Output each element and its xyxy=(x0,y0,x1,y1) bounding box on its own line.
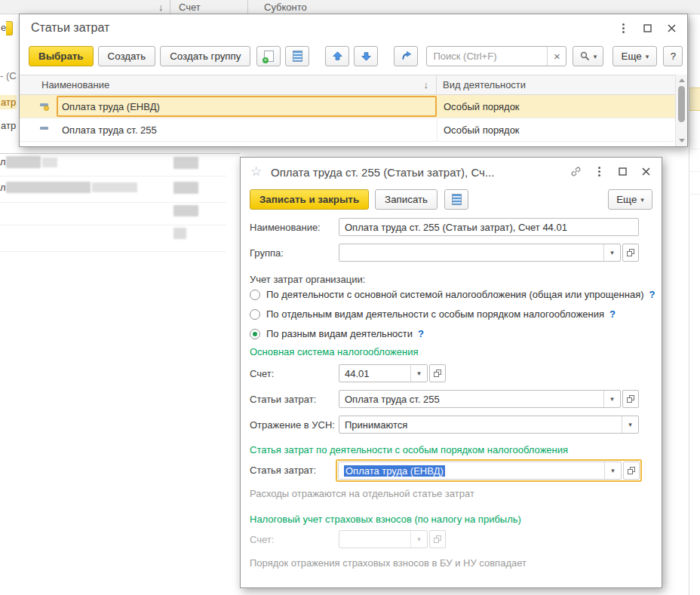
vertical-scrollbar[interactable] xyxy=(675,75,687,146)
move-down-button[interactable] xyxy=(354,46,378,66)
account-value: 44.01 xyxy=(339,365,410,382)
blue-curved-arrow-icon xyxy=(401,51,412,62)
link-icon[interactable] xyxy=(569,164,582,178)
page-green-plus-icon: + xyxy=(264,51,274,62)
cost-items-list-window: Статьи затрат Выбрать Создать Создать гр… xyxy=(19,14,688,147)
group-value xyxy=(339,244,603,261)
cost-item-icon xyxy=(40,125,49,134)
choose-icon xyxy=(433,535,442,544)
row-name: Оплата труда ст. 255 xyxy=(62,124,157,136)
radio-option-main-system[interactable]: По деятельности с основной системой нало… xyxy=(250,289,655,300)
help-link[interactable]: ? xyxy=(609,308,616,320)
bg-column-subconto: Субконто xyxy=(264,2,307,13)
column-header-name[interactable]: Наименование ↓ xyxy=(20,75,437,94)
redacted-text-block xyxy=(173,182,198,194)
dropdown-arrow-icon: ▾ xyxy=(410,531,427,547)
background-row-line xyxy=(0,176,226,176)
row-name: Оплата труда (ЕНВД) xyxy=(62,101,160,112)
background-row-line xyxy=(689,149,700,149)
radio-option-special-order[interactable]: По отдельным видам деятельности с особым… xyxy=(250,308,616,320)
dropdown-arrow-icon[interactable]: ▾ xyxy=(604,462,621,479)
insurance-account-combobox: ▾ xyxy=(339,530,428,548)
special-cost-item-combobox[interactable]: Оплата труда (ЕНВД) ▾ xyxy=(338,462,622,480)
more-label: Еще xyxy=(622,51,642,62)
favorite-star-icon[interactable]: ☆ xyxy=(250,164,262,179)
open-choose-button xyxy=(429,530,446,548)
create-new-copy-button[interactable]: + xyxy=(256,46,281,66)
move-up-button[interactable] xyxy=(325,46,349,66)
scroll-up-icon[interactable] xyxy=(679,78,685,82)
usn-label: Отражение в УСН: xyxy=(250,419,335,431)
maximize-icon[interactable] xyxy=(616,164,629,178)
redacted-text-block xyxy=(6,156,41,168)
open-choose-button[interactable] xyxy=(623,462,640,480)
sort-down-icon: ↓ xyxy=(158,2,164,13)
name-input[interactable]: Оплата труда ст. 255 (Статьи затрат), Сч… xyxy=(339,218,639,236)
dropdown-arrow-icon[interactable]: ▾ xyxy=(622,416,638,433)
more-button[interactable]: Еще ▾ xyxy=(612,46,657,66)
search-input[interactable] xyxy=(427,47,547,66)
select-button[interactable]: Выбрать xyxy=(29,46,94,66)
window-menu-icon[interactable] xyxy=(616,21,630,35)
clear-search-icon[interactable]: × xyxy=(547,47,566,66)
special-cost-item-value: Оплата труда (ЕНВД) xyxy=(344,465,445,477)
radio-option-different-activities[interactable]: По разным видам деятельности ? xyxy=(250,328,424,339)
insurance-account-value xyxy=(339,531,410,547)
radio-selected-icon[interactable] xyxy=(250,329,260,339)
insurance-section-header: Налоговый учет страховых взносов (по нал… xyxy=(250,514,521,525)
dropdown-arrow-icon[interactable]: ▾ xyxy=(410,365,427,382)
column-header-activity[interactable]: Вид деятельности xyxy=(437,75,675,94)
maximize-icon[interactable] xyxy=(640,21,654,35)
help-button[interactable]: ? xyxy=(663,46,683,66)
background-row-line xyxy=(0,225,226,225)
cost-items-combobox[interactable]: Оплата труда ст. 255 ▾ xyxy=(339,390,621,408)
save-and-close-button[interactable]: Записать и закрыть xyxy=(250,189,369,210)
usn-select[interactable]: Принимаются ▾ xyxy=(339,416,639,434)
dialog-title: Оплата труда ст. 255 (Статьи затрат), Сч… xyxy=(271,166,494,179)
group-combobox[interactable]: ▾ xyxy=(339,244,621,262)
help-link[interactable]: ? xyxy=(418,328,424,339)
account-combobox[interactable]: 44.01 ▾ xyxy=(339,364,428,382)
redacted-text-block xyxy=(173,205,198,216)
open-choose-button[interactable] xyxy=(622,244,639,262)
create-group-button[interactable]: Создать группу xyxy=(160,46,250,66)
list-view-button[interactable] xyxy=(444,189,468,210)
list-view-icon xyxy=(452,194,462,205)
list-row[interactable]: Оплата труда ст. 255 Особый порядок xyxy=(20,118,675,141)
radio-icon[interactable] xyxy=(250,309,260,320)
move-to-group-button[interactable] xyxy=(394,46,418,66)
background-divider xyxy=(0,153,240,154)
name-label: Наименование: xyxy=(250,222,321,233)
list-view-icon xyxy=(293,51,302,62)
choose-icon xyxy=(433,369,442,378)
cost-item-edit-dialog: ☆ Оплата труда ст. 255 (Статьи затрат), … xyxy=(240,157,662,588)
scrollbar-thumb[interactable] xyxy=(678,86,685,122)
list-row-selected[interactable]: Оплата труда (ЕНВД) Особый порядок xyxy=(20,95,675,118)
radio-icon[interactable] xyxy=(250,290,260,300)
more-button[interactable]: Еще ▾ xyxy=(608,189,652,210)
save-button[interactable]: Записать xyxy=(375,189,438,210)
scroll-down-icon[interactable] xyxy=(679,139,685,143)
radio-label: По деятельности с основной системой нало… xyxy=(266,289,644,300)
dropdown-arrow-icon[interactable]: ▾ xyxy=(603,244,620,261)
redacted-text-block xyxy=(6,182,91,193)
row-activity: Особый порядок xyxy=(444,124,520,136)
search-settings-button[interactable]: ▾ xyxy=(573,46,603,66)
dropdown-arrow-icon[interactable]: ▾ xyxy=(603,391,620,407)
cost-items-value: Оплата труда ст. 255 xyxy=(339,391,603,407)
open-choose-button[interactable] xyxy=(429,364,446,382)
window-menu-icon[interactable] xyxy=(592,164,606,178)
open-choose-button[interactable] xyxy=(622,390,639,408)
help-link[interactable]: ? xyxy=(649,289,655,300)
list-view-button[interactable] xyxy=(285,46,309,66)
background-table-header: ↓ Счет Субконто xyxy=(0,0,700,14)
chevron-down-icon: ▾ xyxy=(646,53,649,60)
background-row-line xyxy=(689,171,700,172)
more-label: Еще xyxy=(616,194,637,205)
create-button[interactable]: Создать xyxy=(98,46,156,66)
group-label: Группа: xyxy=(250,247,284,259)
close-icon[interactable] xyxy=(639,164,652,178)
blue-arrow-up-icon xyxy=(332,51,343,62)
close-icon[interactable] xyxy=(665,21,678,35)
row-divider xyxy=(20,141,675,142)
